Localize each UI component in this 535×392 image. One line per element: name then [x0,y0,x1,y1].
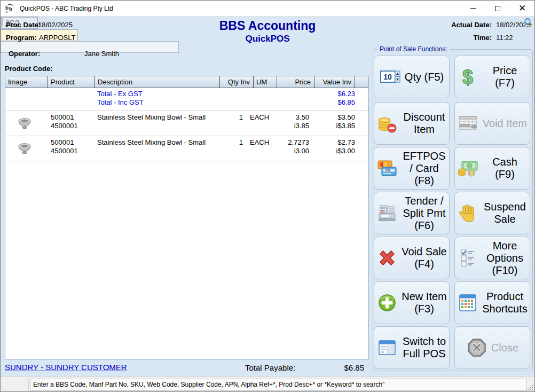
product-code-label: Product Code: [5,65,53,73]
close-button: Close [454,326,530,369]
item-price-inc: i3.85 [275,122,309,130]
operator-name: Jane Smith [84,50,119,58]
eftpos-card-button[interactable]: VISAEFTPOS / Card (F8) [374,147,450,190]
suspend-sale-button[interactable]: Suspend Sale [454,192,530,234]
pos-button-label: More Options (F10) [482,240,528,277]
svg-text:$: $ [462,66,473,88]
pos-button-label: Suspend Sale [482,201,528,225]
pos-button-label: Qty (F5) [405,71,444,83]
pos-button-label: Void Item [483,117,527,130]
pos-button-label: EFTPOS / Card (F8) [402,150,447,187]
pos-button-label: Cash (F9) [482,156,528,181]
column-header-value-inv: Value Inv [314,76,355,88]
product-search-icon[interactable] [524,18,533,27]
sale-item-row[interactable]: 500001Stainless Steel Mixing Bowl - Smal… [5,136,368,161]
close-icon: ✕ [518,4,526,13]
checklist-icon [457,247,478,269]
pos-button-label: Price (F7) [482,65,528,89]
pos-button-label: Discount Item [402,111,447,136]
cash-icon [457,158,478,179]
shortcut-grid-icon [457,292,478,313]
total-payable-value: $6.85 [311,363,364,372]
qty-spinner-icon: 10 [380,66,401,88]
title-bar: b b s QuickPOS - ABC Trading Pty Ltd ✕ [1,1,534,17]
operator-label: Operator: [9,50,40,58]
item-value-ex: $2.73 [314,138,355,146]
column-header-qty-inv: Qty Inv [220,76,254,88]
maximize-button[interactable] [485,1,510,16]
discount-coins-icon [376,113,398,134]
pos-button-label: New Item (F3) [402,291,447,315]
price-button[interactable]: $Price (F7) [454,56,530,98]
pos-button-label: Close [491,342,518,354]
item-price-ex: 2.7273 [275,138,309,146]
window-title: QuickPOS - ABC Trading Pty Ltd [20,5,113,12]
hand-icon [457,202,478,224]
item-description: Stainless Steel Mixing Bowl - Small [97,113,206,121]
minimize-button[interactable] [461,1,485,16]
total-payable-label: Total Payable: [245,363,295,372]
customer-link[interactable]: SUNDRY - SUNDRY CUSTOMER [5,363,127,372]
pos-functions-group-label: Point of Sale Functions: [377,45,450,53]
item-price-ex: 3.50 [275,113,309,121]
item-value-ex: $3.50 [314,113,355,121]
item-value-inc: i$3.85 [314,122,355,130]
status-bar-divider [28,379,29,391]
resize-grip-icon[interactable] [527,385,533,391]
red-x-icon [376,247,398,269]
item-qty: 1 [209,138,243,146]
total-value: $6.85 [314,98,355,106]
product-code-2: 4500001 [51,122,78,130]
svg-text:b: b [9,5,12,12]
item-um: EACH [250,138,269,146]
column-header-um: UM [254,76,277,88]
item-qty: 1 [209,113,243,121]
svg-text:10: 10 [383,73,392,81]
maximize-icon [495,6,500,11]
status-bar: Enter a BBS Code, Manf Part No, SKU, Web… [1,377,534,392]
column-header-product: Product [48,76,95,88]
product-code-2: 4500001 [51,147,78,155]
product-shortcuts-button[interactable]: Product Shortcuts [454,281,530,324]
total-label: Total - Inc GST [97,98,144,106]
total-label: Total - Ex GST [97,90,143,98]
more-options-button[interactable]: More Options (F10) [454,237,530,279]
discount-item-button[interactable]: Discount Item [374,102,450,145]
actual-date-label: Actual Date: [433,21,492,29]
sale-item-row[interactable]: 500001Stainless Steel Mixing Bowl - Smal… [5,111,368,136]
cash-button[interactable]: Cash (F9) [454,147,530,190]
totals-block: Total - Ex GST$6.23Total - Inc GST$6.85 [5,88,368,111]
column-header-image: Image [5,76,48,88]
item-value-inc: i$3.00 [314,147,355,155]
proc-date-label: Proc Date: [6,21,41,29]
program-label: Program: [6,34,37,42]
column-header-filler [355,76,368,88]
qty-button[interactable]: 10Qty (F5) [374,56,450,98]
total-value: $6.23 [314,90,355,98]
svg-text:VISA: VISA [385,169,391,172]
cash-register-icon [376,202,398,224]
new-item-button[interactable]: New Item (F3) [374,281,450,324]
column-header-description: Description [95,76,220,88]
bbs-logo-icon: b b s [5,4,15,13]
tender-split-button[interactable]: Tender / Split Pmt (F6) [374,192,450,234]
void-item-button: Void Item [454,102,530,145]
void-sale-button[interactable]: Void Sale (F4) [374,237,450,279]
window-icon [376,337,398,358]
product-code-1: 500001 [51,113,74,121]
time-label: Time: [433,34,492,42]
close-window-button[interactable]: ✕ [510,1,534,16]
app-window: b b s QuickPOS - ABC Trading Pty Ltd ✕ P… [0,0,535,392]
green-plus-icon [376,292,398,313]
status-hint: Enter a BBS Code, Manf Part No, SKU, Web… [30,379,527,391]
credit-cards-icon: VISA [376,158,398,179]
void-item-icon [458,113,479,134]
grid-header: ImageProductDescriptionQty InvUMPriceVal… [5,76,368,88]
product-code-1: 500001 [51,138,74,146]
pos-button-label: Switch to Full POS [402,335,447,360]
item-um: EACH [250,113,269,121]
switch-full-pos-button[interactable]: Switch to Full POS [374,326,450,369]
program-value: ARPPOSLT [39,34,75,42]
sales-grid: ImageProductDescriptionQty InvUMPriceVal… [5,76,369,359]
item-price-inc: i3.00 [275,147,309,155]
